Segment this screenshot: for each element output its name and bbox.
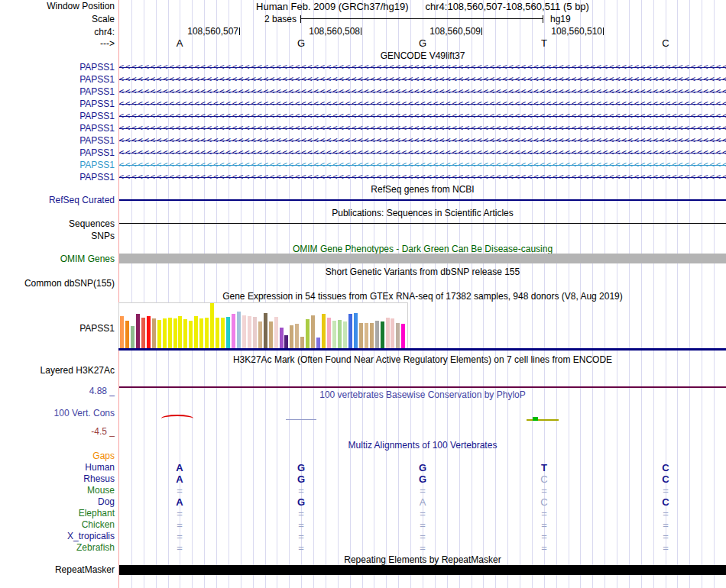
multiz-base-cell[interactable]: = <box>537 508 551 519</box>
phylop-track-label[interactable]: 100 Vert. Cons <box>0 408 115 419</box>
multiz-base-cell[interactable]: = <box>173 519 186 531</box>
multiz-base-cell[interactable]: A <box>173 496 186 508</box>
gtex-bar[interactable] <box>253 317 257 349</box>
gene-row[interactable]: <<<<<<<<<<<<<<<<<<<<<<<<<<<<<<<<<<<<<<<<… <box>119 147 726 159</box>
gtex-bar[interactable] <box>322 314 326 349</box>
gtex-bar[interactable] <box>359 323 363 349</box>
gene-label[interactable]: PAPSS1 <box>0 86 115 98</box>
multiz-species-label[interactable]: Zebrafish <box>0 542 115 554</box>
gtex-bar[interactable] <box>381 321 384 349</box>
phylop-wiggle[interactable] <box>527 419 559 421</box>
gtex-bar[interactable] <box>375 321 379 349</box>
gene-row[interactable]: <<<<<<<<<<<<<<<<<<<<<<<<<<<<<<<<<<<<<<<<… <box>119 159 726 171</box>
layered-h3k27ac-label[interactable]: Layered H3K27Ac <box>0 365 115 376</box>
gtex-bar[interactable] <box>316 338 320 349</box>
gtex-bar[interactable] <box>391 318 394 349</box>
gtex-bar[interactable] <box>338 320 342 349</box>
gtex-bar[interactable] <box>258 321 262 349</box>
multiz-base-cell[interactable]: = <box>294 531 308 542</box>
gtex-bar[interactable] <box>242 315 246 349</box>
gene-row[interactable]: <<<<<<<<<<<<<<<<<<<<<<<<<<<<<<<<<<<<<<<<… <box>119 122 726 134</box>
refseq-curated-label[interactable]: RefSeq Curated <box>0 195 115 206</box>
multiz-base-cell[interactable]: = <box>294 519 308 531</box>
multiz-base-cell[interactable]: = <box>537 485 551 496</box>
gtex-bar[interactable] <box>295 324 299 349</box>
multiz-base-cell[interactable]: = <box>537 519 551 531</box>
multiz-species-label[interactable]: X_tropicalis <box>0 531 115 542</box>
h3k27ac-baseline[interactable] <box>119 386 726 388</box>
multiz-base-cell[interactable]: = <box>416 542 429 554</box>
gene-row[interactable]: <<<<<<<<<<<<<<<<<<<<<<<<<<<<<<<<<<<<<<<<… <box>119 134 726 147</box>
multiz-base-cell[interactable]: C <box>659 496 673 508</box>
gtex-bar[interactable] <box>205 318 209 349</box>
gtex-bar[interactable] <box>365 323 368 349</box>
multiz-base-cell[interactable]: G <box>294 473 308 485</box>
gtex-bar[interactable] <box>269 321 273 349</box>
multiz-base-cell[interactable]: = <box>659 542 673 554</box>
gtex-bar[interactable] <box>280 328 284 349</box>
snps-label[interactable]: SNPs <box>0 231 115 242</box>
multiz-base-cell[interactable]: C <box>659 462 673 473</box>
refseq-gene-line[interactable] <box>119 199 726 201</box>
multiz-species-label[interactable]: Gaps <box>0 451 115 462</box>
gtex-bar[interactable] <box>183 319 187 349</box>
multiz-base-cell[interactable]: C <box>537 496 551 508</box>
multiz-base-cell[interactable]: = <box>173 542 186 554</box>
gtex-bar[interactable] <box>248 316 251 349</box>
multiz-species-label[interactable]: Dog <box>0 496 115 508</box>
multiz-base-cell[interactable]: = <box>416 519 429 531</box>
gene-label[interactable]: PAPSS1 <box>0 159 115 171</box>
multiz-base-cell[interactable]: = <box>659 519 673 531</box>
gene-row[interactable]: <<<<<<<<<<<<<<<<<<<<<<<<<<<<<<<<<<<<<<<<… <box>119 61 726 73</box>
multiz-base-cell[interactable]: = <box>416 485 429 496</box>
gene-label[interactable]: PAPSS1 <box>0 147 115 159</box>
gtex-bar[interactable] <box>157 320 161 349</box>
gtex-bar[interactable] <box>300 337 304 349</box>
multiz-base-cell[interactable]: = <box>659 531 673 542</box>
gtex-bar[interactable] <box>168 318 172 349</box>
multiz-species-label[interactable]: Rhesus <box>0 473 115 485</box>
gtex-bar[interactable] <box>332 321 336 349</box>
multiz-base-cell[interactable]: A <box>416 496 429 508</box>
gtex-bar[interactable] <box>152 318 156 349</box>
gene-row[interactable]: <<<<<<<<<<<<<<<<<<<<<<<<<<<<<<<<<<<<<<<<… <box>119 86 726 98</box>
multiz-base-cell[interactable]: G <box>294 462 308 473</box>
gene-label[interactable]: PAPSS1 <box>0 98 115 110</box>
gtex-bar[interactable] <box>386 318 390 349</box>
gene-row[interactable]: <<<<<<<<<<<<<<<<<<<<<<<<<<<<<<<<<<<<<<<<… <box>119 98 726 110</box>
gene-label[interactable]: PAPSS1 <box>0 171 115 183</box>
multiz-base-cell[interactable]: = <box>537 531 551 542</box>
gtex-bar[interactable] <box>306 319 310 349</box>
multiz-base-cell[interactable]: = <box>537 542 551 554</box>
multiz-base-cell[interactable]: = <box>173 531 186 542</box>
multiz-species-label[interactable]: Human <box>0 462 115 473</box>
multiz-species-label[interactable]: Elephant <box>0 508 115 519</box>
multiz-base-cell[interactable]: G <box>294 496 308 508</box>
gtex-bar[interactable] <box>343 321 347 349</box>
gene-label[interactable]: PAPSS1 <box>0 110 115 122</box>
gtex-bar[interactable] <box>163 318 167 349</box>
gtex-bar[interactable] <box>221 318 225 349</box>
gtex-bar[interactable] <box>274 317 278 349</box>
multiz-base-cell[interactable]: G <box>416 462 429 473</box>
multiz-base-cell[interactable]: C <box>659 473 673 485</box>
gtex-baseline[interactable] <box>118 348 726 351</box>
gene-row[interactable]: <<<<<<<<<<<<<<<<<<<<<<<<<<<<<<<<<<<<<<<<… <box>119 73 726 86</box>
gtex-bar[interactable] <box>210 303 214 349</box>
gtex-bar[interactable] <box>194 316 198 349</box>
multiz-base-cell[interactable]: = <box>173 485 186 496</box>
gtex-bar[interactable] <box>370 323 374 349</box>
multiz-base-cell[interactable]: = <box>294 542 308 554</box>
gtex-bar[interactable] <box>131 326 135 349</box>
sequences-line[interactable] <box>119 223 726 224</box>
gtex-bar[interactable] <box>348 314 352 349</box>
multiz-base-cell[interactable]: = <box>416 531 429 542</box>
gtex-bar[interactable] <box>354 313 358 349</box>
repeatmasker-label[interactable]: RepeatMasker <box>0 564 115 576</box>
gtex-bar[interactable] <box>396 323 400 349</box>
gtex-bar[interactable] <box>136 314 140 349</box>
gtex-gene-label[interactable]: PAPSS1 <box>0 323 115 334</box>
multiz-base-cell[interactable]: = <box>294 508 308 519</box>
gtex-bar[interactable] <box>327 318 331 349</box>
gtex-bar[interactable] <box>401 324 405 349</box>
